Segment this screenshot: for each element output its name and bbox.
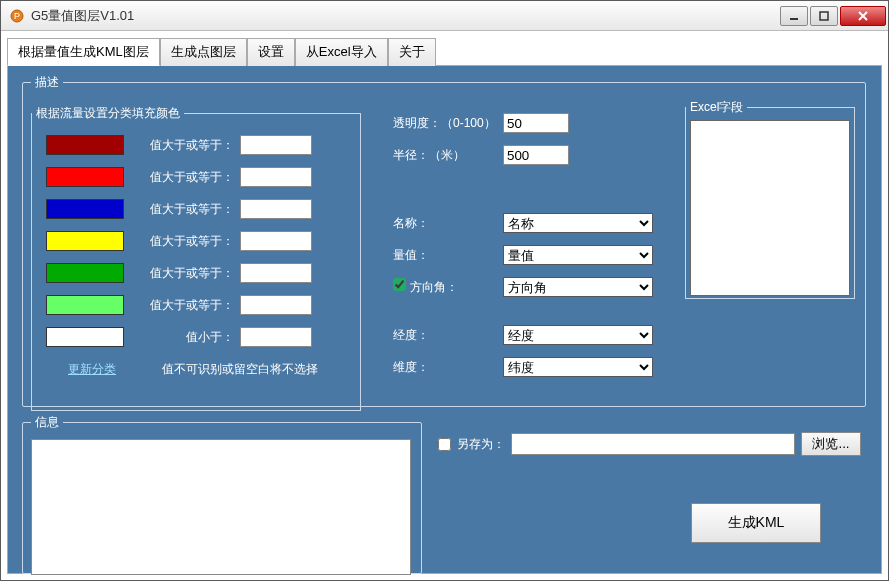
- color-swatch[interactable]: [46, 327, 124, 347]
- color-row: 值大于或等于：: [46, 290, 360, 320]
- value-select[interactable]: 量值: [503, 245, 653, 265]
- svg-rect-2: [790, 18, 798, 20]
- direction-select[interactable]: 方向角: [503, 277, 653, 297]
- color-swatch[interactable]: [46, 295, 124, 315]
- threshold-input[interactable]: [240, 295, 312, 315]
- tab-panel: 描述 根据流量设置分类填充颜色 值大于或等于：值大于或等于：值大于或等于：值大于…: [7, 66, 882, 574]
- info-textarea[interactable]: [31, 439, 411, 575]
- saveas-label: 另存为：: [457, 436, 505, 453]
- direction-label: 方向角：: [393, 278, 503, 296]
- color-classification-group: 根据流量设置分类填充颜色 值大于或等于：值大于或等于：值大于或等于：值大于或等于…: [31, 105, 361, 411]
- threshold-input[interactable]: [240, 327, 312, 347]
- color-row: 值大于或等于：: [46, 194, 360, 224]
- minimize-button[interactable]: [780, 6, 808, 26]
- info-legend: 信息: [31, 414, 63, 431]
- maximize-button[interactable]: [810, 6, 838, 26]
- description-group: 描述 根据流量设置分类填充颜色 值大于或等于：值大于或等于：值大于或等于：值大于…: [22, 74, 866, 407]
- opacity-label: 透明度：（0-100）: [393, 115, 503, 132]
- color-classification-legend: 根据流量设置分类填充颜色: [32, 105, 184, 122]
- parameter-column: 透明度：（0-100） 半径：（米） 名称： 名称 量值： 量值: [393, 109, 673, 385]
- longitude-label: 经度：: [393, 327, 503, 344]
- threshold-label: 值小于：: [144, 329, 234, 346]
- svg-text:P: P: [14, 11, 20, 21]
- color-swatch[interactable]: [46, 167, 124, 187]
- excel-fields-list[interactable]: [690, 120, 850, 296]
- window-title: G5量值图层V1.01: [31, 7, 780, 25]
- tab-settings[interactable]: 设置: [247, 38, 295, 66]
- titlebar: P G5量值图层V1.01: [1, 1, 888, 31]
- color-swatch[interactable]: [46, 263, 124, 283]
- window-controls: [780, 6, 886, 26]
- tabstrip: 根据量值生成KML图层 生成点图层 设置 从Excel导入 关于: [7, 37, 882, 66]
- threshold-input[interactable]: [240, 263, 312, 283]
- threshold-label: 值大于或等于：: [144, 265, 234, 282]
- threshold-label: 值大于或等于：: [144, 233, 234, 250]
- excel-fields-group: Excel字段: [685, 99, 855, 299]
- threshold-input[interactable]: [240, 231, 312, 251]
- color-swatch[interactable]: [46, 135, 124, 155]
- tab-about[interactable]: 关于: [388, 38, 436, 66]
- tab-generate-points[interactable]: 生成点图层: [160, 38, 247, 66]
- color-row: 值小于：: [46, 322, 360, 352]
- threshold-label: 值大于或等于：: [144, 297, 234, 314]
- radius-label: 半径：（米）: [393, 147, 503, 164]
- client-area: 根据量值生成KML图层 生成点图层 设置 从Excel导入 关于 描述 根据流量…: [1, 31, 888, 580]
- opacity-input[interactable]: [503, 113, 569, 133]
- update-row: 更新分类 值不可识别或留空白将不选择: [46, 354, 360, 384]
- radius-input[interactable]: [503, 145, 569, 165]
- app-window: P G5量值图层V1.01 根据量值生成KML图层 生成点图层 设置 从Exce…: [0, 0, 889, 581]
- name-select[interactable]: 名称: [503, 213, 653, 233]
- classification-note: 值不可识别或留空白将不选择: [162, 361, 318, 378]
- direction-checkbox[interactable]: [393, 278, 406, 291]
- saveas-checkbox[interactable]: [438, 438, 451, 451]
- longitude-select[interactable]: 经度: [503, 325, 653, 345]
- value-label: 量值：: [393, 247, 503, 264]
- threshold-input[interactable]: [240, 199, 312, 219]
- save-row: 另存为： 浏览...: [438, 432, 861, 456]
- update-classification-link[interactable]: 更新分类: [68, 361, 116, 378]
- threshold-input[interactable]: [240, 135, 312, 155]
- color-row: 值大于或等于：: [46, 258, 360, 288]
- close-button[interactable]: [840, 6, 886, 26]
- app-icon: P: [9, 8, 25, 24]
- svg-rect-3: [820, 12, 828, 20]
- browse-button[interactable]: 浏览...: [801, 432, 861, 456]
- tab-import-excel[interactable]: 从Excel导入: [295, 38, 388, 66]
- saveas-path-input[interactable]: [511, 433, 795, 455]
- tab-generate-by-value[interactable]: 根据量值生成KML图层: [7, 38, 160, 66]
- latitude-label: 维度：: [393, 359, 503, 376]
- info-group: 信息: [22, 414, 422, 574]
- generate-kml-button[interactable]: 生成KML: [691, 503, 821, 543]
- excel-fields-legend: Excel字段: [686, 99, 747, 116]
- threshold-label: 值大于或等于：: [144, 201, 234, 218]
- description-legend: 描述: [31, 74, 63, 91]
- color-row: 值大于或等于：: [46, 162, 360, 192]
- color-swatch[interactable]: [46, 231, 124, 251]
- color-row: 值大于或等于：: [46, 130, 360, 160]
- name-label: 名称：: [393, 215, 503, 232]
- threshold-input[interactable]: [240, 167, 312, 187]
- threshold-label: 值大于或等于：: [144, 137, 234, 154]
- threshold-label: 值大于或等于：: [144, 169, 234, 186]
- color-swatch[interactable]: [46, 199, 124, 219]
- color-row: 值大于或等于：: [46, 226, 360, 256]
- latitude-select[interactable]: 纬度: [503, 357, 653, 377]
